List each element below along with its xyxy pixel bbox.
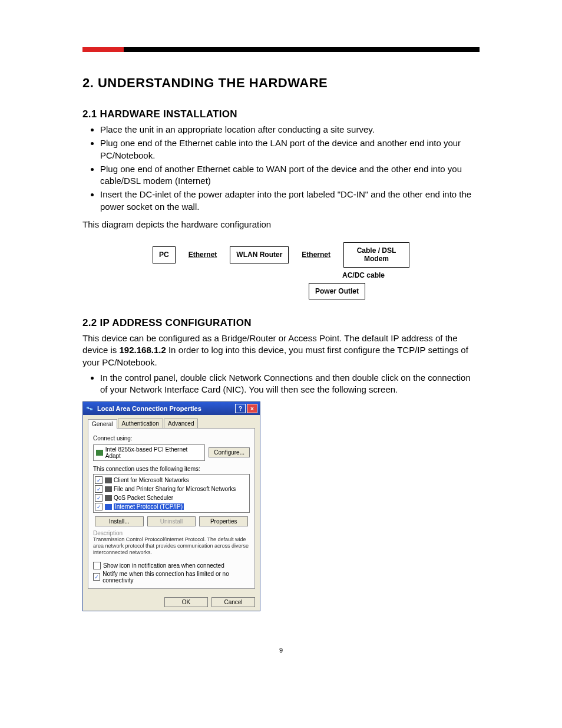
diagram-box-wlan-router: WLAN Router: [230, 246, 289, 263]
list-item: ✓QoS Packet Scheduler: [95, 493, 248, 502]
notify-checkbox-row: ✓ Notify me when this connection has lim…: [93, 571, 250, 584]
description-text: Transmission Control Protocol/Internet P…: [93, 536, 250, 555]
ok-button[interactable]: OK: [164, 597, 208, 607]
checkbox-icon[interactable]: ✓: [95, 485, 103, 493]
checkbox-icon[interactable]: ✓: [95, 476, 103, 484]
checkbox-icon[interactable]: ✓: [95, 494, 103, 502]
list-item: In the control panel, double click Netwo…: [100, 372, 480, 396]
service-icon: [105, 486, 112, 492]
ip-config-paragraph: This device can be configured as a Bridg…: [82, 332, 480, 368]
adapter-name: Intel 8255x-based PCI Ethernet Adapt: [105, 446, 203, 459]
tab-strip: General Authentication Advanced: [88, 419, 255, 429]
items-label: This connection uses the following items…: [93, 466, 250, 472]
diagram-label-ethernet-1: Ethernet: [176, 251, 230, 259]
diagram-caption: This diagram depicts the hardware config…: [82, 219, 480, 230]
diagram-box-modem: Cable / DSL Modem: [343, 242, 409, 268]
diagram-label-ethernet-2: Ethernet: [289, 251, 343, 259]
tab-authentication[interactable]: Authentication: [118, 419, 163, 428]
adapter-icon: [96, 450, 103, 456]
windows-connection-properties-dialog: Local Area Connection Properties ? × Gen…: [82, 401, 260, 611]
section-2-1-heading: 2.1 HARDWARE INSTALLATION: [82, 108, 480, 120]
help-button[interactable]: ?: [235, 404, 246, 413]
service-icon: [105, 495, 112, 501]
description-label: Description: [93, 530, 250, 536]
list-item: Plug one end of another Ethernet cable t…: [100, 163, 480, 187]
diagram-box-pc: PC: [153, 246, 176, 263]
diagram-box-power-outlet: Power Outlet: [309, 283, 365, 299]
list-item: Insert the DC-inlet of the power adapter…: [100, 189, 480, 213]
tab-general[interactable]: General: [88, 419, 117, 429]
dialog-title: Local Area Connection Properties: [96, 405, 234, 412]
service-icon: [105, 477, 112, 483]
list-item: Plug one end of the Ethernet cable into …: [100, 137, 480, 162]
adapter-field[interactable]: Intel 8255x-based PCI Ethernet Adapt: [93, 444, 205, 461]
diagram-label-acdc: AC/DC cable: [334, 271, 393, 279]
uninstall-button[interactable]: Uninstall: [147, 516, 196, 526]
list-item: ✓File and Printer Sharing for Microsoft …: [95, 485, 248, 493]
install-steps-list: Place the unit in an appropriate locatio…: [82, 124, 480, 213]
properties-button[interactable]: Properties: [199, 516, 248, 526]
list-item: ✓Internet Protocol (TCP/IP): [95, 502, 248, 511]
connect-using-label: Connect using:: [93, 435, 250, 442]
section-2-heading: 2. UNDERSTANDING THE HARDWARE: [82, 75, 480, 91]
section-2-2-heading: 2.2 IP ADDRESS CONFIGURATION: [82, 317, 480, 329]
header-rule: [82, 47, 480, 52]
connection-icon: [85, 404, 94, 413]
tab-advanced[interactable]: Advanced: [164, 419, 198, 428]
page-number: 9: [82, 647, 480, 654]
show-icon-checkbox-row: Show icon in notification area when conn…: [93, 562, 250, 569]
notify-checkbox[interactable]: ✓: [93, 573, 100, 581]
ip-config-steps: In the control panel, double click Netwo…: [82, 372, 480, 396]
show-icon-checkbox[interactable]: [93, 562, 101, 569]
list-item: ✓Client for Microsoft Networks: [95, 476, 248, 485]
hardware-diagram: PC Ethernet WLAN Router Ethernet Cable /…: [82, 242, 480, 299]
protocol-icon: [105, 504, 112, 510]
install-button[interactable]: Install...: [95, 516, 144, 526]
default-ip: 192.168.1.2: [120, 345, 166, 355]
dialog-titlebar[interactable]: Local Area Connection Properties ? ×: [83, 402, 260, 415]
notify-label: Notify me when this connection has limit…: [103, 571, 250, 584]
show-icon-label: Show icon in notification area when conn…: [103, 562, 224, 569]
items-list[interactable]: ✓Client for Microsoft Networks ✓File and…: [93, 474, 250, 513]
cancel-button[interactable]: Cancel: [211, 597, 255, 607]
list-item: Place the unit in an appropriate locatio…: [100, 124, 480, 136]
configure-button[interactable]: Configure...: [209, 447, 250, 457]
checkbox-icon[interactable]: ✓: [95, 503, 103, 510]
tab-panel-general: Connect using: Intel 8255x-based PCI Eth…: [88, 429, 255, 588]
close-button[interactable]: ×: [247, 404, 257, 413]
